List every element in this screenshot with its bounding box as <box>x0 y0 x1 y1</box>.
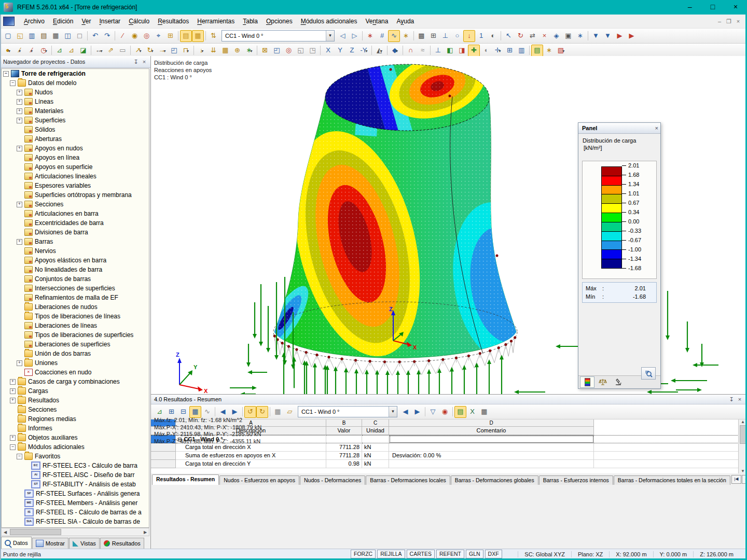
scroll-right-icon[interactable]: ▶ <box>142 530 149 535</box>
panel-toggle-icon[interactable]: ▤ <box>531 45 543 57</box>
member-set-icon[interactable]: ⊿ <box>65 45 77 57</box>
expander-icon[interactable]: + <box>17 90 22 95</box>
rotate-copy-icon[interactable]: ↻▾ <box>144 45 156 57</box>
info-icon[interactable]: ◈ <box>550 30 562 42</box>
expander-icon[interactable]: + <box>10 388 16 394</box>
combo-dropdown-icon[interactable]: ▼ <box>326 31 334 41</box>
tree-item[interactable]: Espesores variables <box>2 181 149 190</box>
print-graphic-2-icon[interactable]: ▼ <box>602 30 614 42</box>
plane-colors-icon[interactable]: ◧ <box>444 45 456 57</box>
print-preview-icon[interactable]: ◻ <box>74 30 86 42</box>
tree-item[interactable]: ST RF-STABILITY - Análisis de estab <box>2 480 149 489</box>
expander-icon[interactable]: − <box>10 444 16 450</box>
menu-tabla[interactable]: Tabla <box>239 15 262 28</box>
menu-ayuda[interactable]: Ayuda <box>392 15 418 28</box>
tree-item[interactable]: Apoyos en superficie <box>2 162 149 172</box>
node-new-icon[interactable]: ●▾ <box>2 45 14 57</box>
column-letter[interactable]: B <box>326 419 362 427</box>
calculator-icon[interactable]: ▦ <box>478 406 490 418</box>
loads-display-icon[interactable]: ↓ <box>463 30 475 42</box>
fe-mesh-icon[interactable]: ▩ <box>416 30 427 42</box>
polyline-icon[interactable]: ∕▾ <box>26 45 38 57</box>
move-copy-icon[interactable]: ↗▾ <box>132 45 144 57</box>
load-node-icon[interactable]: ↓▾ <box>196 45 208 57</box>
pin-icon[interactable]: ↧ <box>727 396 736 403</box>
result-values-icon[interactable]: ∗ <box>400 30 412 42</box>
view-minus-y-icon[interactable]: -Y▾ <box>358 45 370 57</box>
tree-item[interactable]: AI RF-STEEL AISC - Diseño de barr <box>2 470 149 480</box>
tree-item[interactable]: + Superficies <box>2 116 149 125</box>
rotate-view-icon[interactable]: ↻ <box>515 30 527 42</box>
table-wave-icon[interactable]: ∿ <box>201 406 213 418</box>
status-toggle[interactable]: FORZC <box>351 550 376 558</box>
tree-item[interactable]: Superficies ortótropas y membrana <box>2 190 149 200</box>
tree-item[interactable]: No linealidades de barra <box>2 265 149 274</box>
table-load-case-combo[interactable]: CC1 - Wind 0 ° ▼ <box>298 406 397 417</box>
workplane-icon[interactable]: ⊥ <box>432 45 444 57</box>
panel-tab-factors[interactable] <box>596 376 610 388</box>
tree-item[interactable]: Aberturas <box>2 134 149 144</box>
tree-item[interactable]: Nervios <box>2 246 149 256</box>
view-y-icon[interactable]: Y <box>334 45 346 57</box>
clip-view-icon[interactable]: ◖ <box>480 45 492 57</box>
new-window-icon[interactable]: ⊞ <box>164 30 176 42</box>
surface-new-icon[interactable]: ◪ <box>77 45 89 57</box>
display-props-icon[interactable]: ✚ <box>468 45 480 57</box>
expander-icon[interactable]: + <box>17 146 22 151</box>
status-toggle[interactable]: DXF <box>485 550 502 558</box>
print-graphic-icon[interactable]: ▼ <box>590 30 602 42</box>
menu-resultados[interactable]: Resultados <box>154 15 193 28</box>
fe-grid-icon[interactable]: ⊞ <box>504 45 516 57</box>
tree-item[interactable]: + Líneas <box>2 97 149 106</box>
close-button[interactable]: × <box>724 0 747 15</box>
copy-icon[interactable]: ◫ <box>62 30 74 42</box>
table-chart-icon[interactable]: ▦ <box>189 406 201 418</box>
tree-item[interactable]: Unión de dos barras <box>2 349 149 358</box>
view-x-icon[interactable]: X <box>322 45 334 57</box>
tree-item[interactable]: Liberaciones de superficies <box>2 340 149 349</box>
menu-herramientas[interactable]: Herramientas <box>193 15 239 28</box>
edit-xx-icon[interactable]: ⇗ <box>105 45 117 57</box>
expander-icon[interactable]: − <box>10 80 16 86</box>
prev-loadcase-icon[interactable]: ◁ <box>337 30 349 42</box>
result-beams-icon[interactable]: ∗ <box>543 45 555 57</box>
show-values-icon[interactable]: # <box>376 30 388 42</box>
isometric-view-icon[interactable]: ◭▾ <box>374 45 385 57</box>
tree-item[interactable]: Intersecciones de superficies <box>2 284 149 293</box>
open-model-icon[interactable]: ◱ <box>14 30 26 42</box>
scroll-down-icon[interactable]: ▼ <box>741 469 745 473</box>
results-deform-icon[interactable]: ∩ <box>405 45 417 57</box>
pin-icon[interactable]: ↧ <box>132 59 140 65</box>
status-toggle[interactable]: REFENT <box>436 550 464 558</box>
tree-item[interactable]: Apoyos elásticos en barra <box>2 256 149 265</box>
panel-tab-color-scale[interactable] <box>580 376 594 388</box>
tree-item[interactable]: + Nudos <box>2 88 149 97</box>
expander-icon[interactable]: + <box>10 435 16 441</box>
menu-modulos[interactable]: Módulos adicionales <box>297 15 362 28</box>
expander-icon[interactable]: + <box>17 118 22 123</box>
tree-item[interactable]: Informes <box>2 424 149 433</box>
tree-item[interactable]: − Datos del modelo <box>2 78 149 88</box>
tree-item[interactable]: + Casos de carga y combinaciones <box>2 377 149 386</box>
jump-fwd-icon[interactable]: ↻ <box>256 406 268 418</box>
table-tab[interactable]: Nudos - Esfuerzos en apoyos <box>219 475 299 485</box>
table-tab[interactable]: Resultados - Resumen <box>152 474 219 485</box>
menu-archivo[interactable]: Archivo <box>20 15 49 28</box>
result-info-icon[interactable]: ◉ <box>439 406 451 418</box>
tree-item[interactable]: Articulaciones lineales <box>2 172 149 181</box>
color-spectrum-icon[interactable]: ▧▾ <box>555 45 567 57</box>
tree-item[interactable]: Liberaciones de líneas <box>2 321 149 330</box>
column-header[interactable]: Valor <box>326 427 362 435</box>
print-report-icon[interactable]: ▶ <box>614 30 626 42</box>
panel-close-icon[interactable]: × <box>655 125 658 131</box>
project-icon[interactable]: →▾ <box>156 45 168 57</box>
table-add-icon[interactable]: ⊞ <box>165 406 177 418</box>
menu-edicion[interactable]: Edición <box>49 15 77 28</box>
expander-icon[interactable]: + <box>17 99 22 105</box>
zoom-dynamic-icon[interactable]: ◎ <box>141 30 153 42</box>
model-colors-icon[interactable]: ◨ <box>456 45 468 57</box>
view-wire-icon[interactable]: ◳ <box>307 45 319 57</box>
tab-nav-button[interactable]: |◀ <box>731 475 741 484</box>
excel-export-icon[interactable]: X <box>466 406 478 418</box>
hinges-display-icon[interactable]: ○ <box>451 30 463 42</box>
